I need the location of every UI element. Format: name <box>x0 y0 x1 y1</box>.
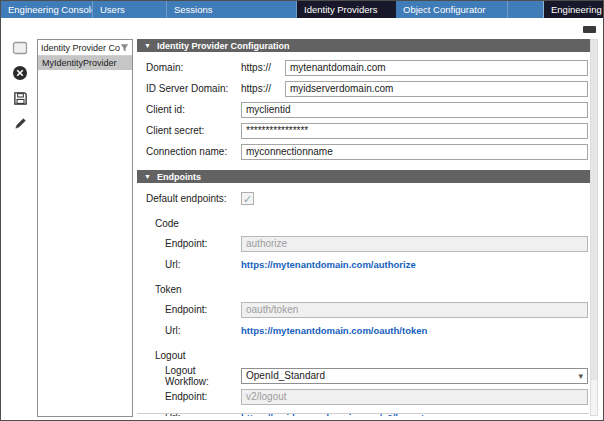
logout-workflow-value: OpenId_Standard <box>246 370 325 381</box>
section-header-endpoints[interactable]: ▼ Endpoints <box>137 170 591 183</box>
id-server-domain-label: ID Server Domain: <box>137 83 241 94</box>
tab-engineering-console[interactable]: Engineering Console <box>1 1 93 18</box>
filter-icon[interactable] <box>120 43 129 53</box>
cancel-icon <box>12 65 28 81</box>
check-icon: ✓ <box>243 194 252 204</box>
top-tab-bar: Engineering Console Users Sessions Ident… <box>1 1 603 18</box>
vertical-scrollbar[interactable] <box>590 39 598 416</box>
tab-object-configurator[interactable]: Object Configurator <box>396 1 508 18</box>
logout-endpoint-input <box>241 389 588 405</box>
field-row-code-url: Url: https://mytenantdomain.com/authoriz… <box>137 254 591 275</box>
list-item-myidentityprovider[interactable]: MyIdentityProvider <box>38 56 132 70</box>
section-header-identity-provider-configuration[interactable]: ▼ Identity Provider Configuration <box>137 39 591 52</box>
group-name-code: Code <box>137 218 591 233</box>
panel-bottom-divider <box>137 413 589 414</box>
field-row-id-server-domain: ID Server Domain: https:// <box>137 78 591 99</box>
collapse-arrow-icon: ▼ <box>144 42 151 49</box>
endpoints-form: Default endpoints: ✓ Code Endpoint: Url:… <box>137 183 591 416</box>
list-panel-title: Identity Provider Conf <box>41 43 120 53</box>
field-row-token-endpoint: Endpoint: <box>137 299 591 320</box>
application-window: Engineering Console Users Sessions Ident… <box>0 0 604 421</box>
new-icon <box>12 41 28 55</box>
client-id-input[interactable] <box>241 102 588 118</box>
section-title: Endpoints <box>157 172 201 182</box>
collapse-arrow-icon: ▼ <box>144 173 151 180</box>
scrollbar-thumb[interactable] <box>591 40 597 380</box>
section-title: Identity Provider Configuration <box>157 41 290 51</box>
save-icon <box>13 91 28 106</box>
id-server-domain-prefix: https:// <box>241 83 285 94</box>
domain-label: Domain: <box>137 62 241 73</box>
field-row-connection-name: Connection name: <box>137 141 591 162</box>
default-endpoints-label: Default endpoints: <box>137 193 241 204</box>
logout-workflow-label: Logout Workflow: <box>137 365 241 387</box>
tab-users[interactable]: Users <box>93 1 167 18</box>
field-row-code-endpoint: Endpoint: <box>137 233 591 254</box>
default-endpoints-checkbox[interactable]: ✓ <box>241 192 254 205</box>
panel-collapse-handle[interactable] <box>583 26 596 33</box>
field-row-domain: Domain: https:// <box>137 57 591 78</box>
tab-sessions[interactable]: Sessions <box>167 1 297 18</box>
token-url-link[interactable]: https://mytenantdomain.com/oauth/token <box>241 325 427 336</box>
client-secret-input[interactable] <box>241 123 588 139</box>
identity-provider-list-panel: Identity Provider Conf MyIdentityProvide… <box>37 39 133 417</box>
field-row-logout-workflow: Logout Workflow: OpenId_Standard ▾ <box>137 365 591 386</box>
configuration-panel: ▼ Identity Provider Configuration Domain… <box>137 39 591 416</box>
logout-workflow-select[interactable]: OpenId_Standard ▾ <box>241 368 588 384</box>
save-button[interactable] <box>11 89 29 107</box>
code-url-link[interactable]: https://mytenantdomain.com/authorize <box>241 259 416 270</box>
code-url-label: Url: <box>137 259 241 270</box>
chevron-down-icon: ▾ <box>578 371 583 381</box>
edit-button[interactable] <box>11 114 29 132</box>
field-row-client-secret: Client secret: <box>137 120 591 141</box>
field-row-client-id: Client id: <box>137 99 591 120</box>
new-button[interactable] <box>11 39 29 57</box>
code-endpoint-label: Endpoint: <box>137 238 241 249</box>
field-row-token-url: Url: https://mytenantdomain.com/oauth/to… <box>137 320 591 341</box>
cancel-button[interactable] <box>11 64 29 82</box>
token-endpoint-input <box>241 302 588 318</box>
client-secret-label: Client secret: <box>137 125 241 136</box>
connection-name-input[interactable] <box>241 144 588 160</box>
group-name-token: Token <box>137 284 591 299</box>
field-row-logout-endpoint: Endpoint: <box>137 386 591 407</box>
token-endpoint-label: Endpoint: <box>137 304 241 315</box>
tab-identity-providers[interactable]: Identity Providers <box>297 1 396 18</box>
configuration-form: Domain: https:// ID Server Domain: https… <box>137 52 591 170</box>
group-name-logout: Logout <box>137 350 591 365</box>
tab-engineering[interactable]: Engineering <box>543 1 603 18</box>
connection-name-label: Connection name: <box>137 146 241 157</box>
code-endpoint-input <box>241 236 588 252</box>
id-server-domain-input[interactable] <box>285 81 588 97</box>
tab-bar-spacer <box>508 1 543 18</box>
client-id-label: Client id: <box>137 104 241 115</box>
domain-input[interactable] <box>285 60 588 76</box>
logout-endpoint-label: Endpoint: <box>137 391 241 402</box>
domain-prefix: https:// <box>241 62 285 73</box>
edit-icon <box>13 116 28 131</box>
list-panel-header: Identity Provider Conf <box>38 40 132 56</box>
field-row-logout-url: Url: https://myidserverdomain.com/v2/log… <box>137 407 591 416</box>
field-row-default-endpoints: Default endpoints: ✓ <box>137 188 591 209</box>
side-toolbar <box>7 39 33 132</box>
token-url-label: Url: <box>137 325 241 336</box>
